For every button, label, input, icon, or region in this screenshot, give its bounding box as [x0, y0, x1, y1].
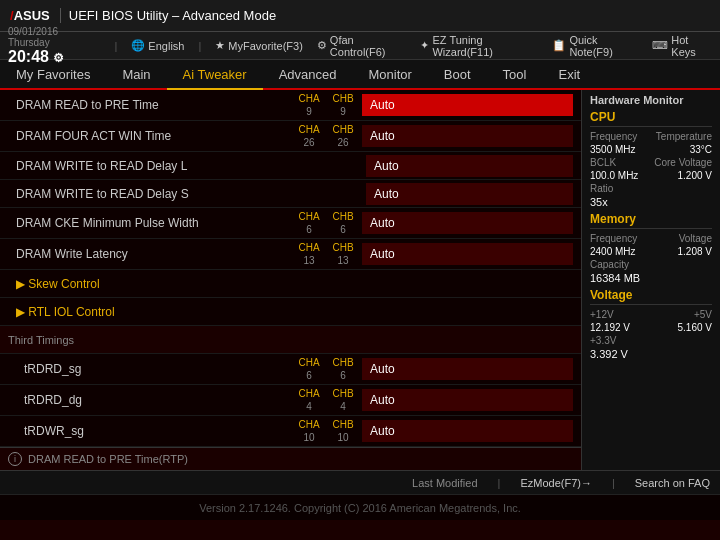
info-text: DRAM READ to PRE Time(RTP): [28, 453, 188, 465]
v12-row: +12V +5V: [590, 309, 712, 320]
nav-boot[interactable]: Boot: [428, 60, 487, 88]
footer-text: Version 2.17.1246. Copyright (C) 2016 Am…: [199, 502, 521, 514]
nav-advanced[interactable]: Advanced: [263, 60, 353, 88]
setting-label: DRAM WRITE to READ Delay L: [0, 159, 290, 173]
cpu-bclk-val-row: 100.0 MHz 1.200 V: [590, 170, 712, 181]
setting-skew-control[interactable]: ▶ Skew Control: [0, 270, 581, 298]
setting-label: tRDRD_sg: [0, 362, 290, 376]
cpu-temp-value: 33°C: [690, 144, 712, 155]
info-bar: i DRAM READ to PRE Time(RTP): [0, 447, 581, 470]
value-auto[interactable]: Auto: [362, 420, 573, 442]
footer: Version 2.17.1246. Copyright (C) 2016 Am…: [0, 494, 720, 520]
voltage-section-title: Voltage: [590, 288, 712, 305]
setting-label: DRAM Write Latency: [0, 247, 290, 261]
nav-main[interactable]: Main: [106, 60, 166, 88]
setting-dram-write-latency[interactable]: DRAM Write Latency CHA13 CHB13 Auto: [0, 239, 581, 270]
cpu-section-title: CPU: [590, 110, 712, 127]
nav-tool[interactable]: Tool: [487, 60, 543, 88]
hotkeys-button[interactable]: ⌨ Hot Keys: [652, 34, 712, 58]
setting-label: DRAM READ to PRE Time: [0, 98, 290, 112]
chb-value: CHB 9: [328, 92, 358, 118]
setting-label: ▶ RTL IOL Control: [0, 305, 290, 319]
cpu-ratio-row: Ratio: [590, 183, 712, 194]
setting-dram-write-read-s[interactable]: DRAM WRITE to READ Delay S Auto: [0, 180, 581, 208]
memory-section-title: Memory: [590, 212, 712, 229]
cpu-bclk-row: BCLK Core Voltage: [590, 157, 712, 168]
value-auto[interactable]: Auto: [362, 125, 573, 147]
setting-trdwr-sg[interactable]: tRDWR_sg CHA10 CHB10 Auto: [0, 416, 581, 447]
cpu-corev-value: 1.200 V: [678, 170, 712, 181]
cpu-ratio-value: 35x: [590, 196, 712, 208]
value-auto[interactable]: Auto: [362, 358, 573, 380]
v5-label: +5V: [694, 309, 712, 320]
info-icon: i: [8, 452, 22, 466]
cpu-freq-label: Frequency: [590, 131, 637, 142]
nav-myfavorites[interactable]: My Favorites: [0, 60, 106, 88]
value-auto[interactable]: Auto: [362, 389, 573, 411]
value-auto[interactable]: Auto: [362, 212, 573, 234]
asus-logo: /ASUS: [10, 8, 50, 23]
date-display: 09/01/2016 Thursday: [8, 26, 97, 48]
nav-monitor[interactable]: Monitor: [353, 60, 428, 88]
mem-cap-label: Capacity: [590, 259, 629, 270]
mem-cap-row: Capacity: [590, 259, 712, 270]
bottom-bar: Last Modified | EzMode(F7)→ | Search on …: [0, 470, 720, 494]
search-faq-button[interactable]: Search on FAQ: [635, 477, 710, 489]
mem-volt-label: Voltage: [679, 233, 712, 244]
setting-label: ▶ Skew Control: [0, 277, 290, 291]
mem-volt-value: 1.208 V: [678, 246, 712, 257]
cpu-freq-value: 3500 MHz: [590, 144, 636, 155]
nav-exit[interactable]: Exit: [542, 60, 596, 88]
myfavorite-button[interactable]: ★ MyFavorite(F3): [215, 39, 303, 52]
mem-freq-value: 2400 MHz: [590, 246, 636, 257]
v33-row: +3.3V: [590, 335, 712, 346]
nav-aitweaker[interactable]: Ai Tweaker: [167, 60, 263, 90]
cpu-freq-row: Frequency Temperature: [590, 131, 712, 142]
value-auto[interactable]: Auto: [366, 155, 573, 177]
mem-freq-label: Frequency: [590, 233, 637, 244]
ezmode-button[interactable]: EzMode(F7)→: [520, 477, 592, 489]
hw-monitor-panel: Hardware Monitor CPU Frequency Temperatu…: [582, 90, 720, 470]
v12-val-row: 12.192 V 5.160 V: [590, 322, 712, 333]
setting-label: DRAM WRITE to READ Delay S: [0, 187, 290, 201]
language-selector[interactable]: 🌐 English: [131, 39, 184, 52]
setting-label: tRDWR_sg: [0, 424, 290, 438]
value-auto[interactable]: Auto: [366, 183, 573, 205]
quicknote-button[interactable]: 📋 Quick Note(F9): [552, 34, 638, 58]
nav-bar: My Favorites Main Ai Tweaker Advanced Mo…: [0, 60, 720, 90]
bios-title: UEFI BIOS Utility – Advanced Mode: [60, 8, 276, 23]
setting-label: DRAM FOUR ACT WIN Time: [0, 129, 290, 143]
section-third-timings: Third Timings: [0, 326, 581, 354]
setting-dram-read-pre[interactable]: DRAM READ to PRE Time CHA 9 CHB 9 Auto: [0, 90, 581, 121]
setting-rtl-iol[interactable]: ▶ RTL IOL Control: [0, 298, 581, 326]
v33-value: 3.392 V: [590, 348, 712, 360]
value-auto[interactable]: Auto: [362, 94, 573, 116]
setting-dram-four-act[interactable]: DRAM FOUR ACT WIN Time CHA26 CHB26 Auto: [0, 121, 581, 152]
setting-trdrd-dg[interactable]: tRDRD_dg CHA4 CHB4 Auto: [0, 385, 581, 416]
cpu-bclk-value: 100.0 MHz: [590, 170, 638, 181]
v12-value: 12.192 V: [590, 322, 630, 333]
value-auto[interactable]: Auto: [362, 243, 573, 265]
cpu-freq-val-row: 3500 MHz 33°C: [590, 144, 712, 155]
cpu-bclk-label: BCLK: [590, 157, 616, 168]
top-bar: /ASUS UEFI BIOS Utility – Advanced Mode: [0, 0, 720, 32]
mem-freq-val-row: 2400 MHz 1.208 V: [590, 246, 712, 257]
hw-monitor-title: Hardware Monitor: [590, 94, 712, 106]
cha-value: CHA 9: [294, 92, 324, 118]
cpu-corev-label: Core Voltage: [654, 157, 712, 168]
second-bar: 09/01/2016 Thursday 20:48 ⚙ | 🌐 English …: [0, 32, 720, 60]
v33-label: +3.3V: [590, 335, 616, 346]
cpu-temp-label: Temperature: [656, 131, 712, 142]
last-modified-label: Last Modified: [412, 477, 477, 489]
eztuning-button[interactable]: ✦ EZ Tuning Wizard(F11): [420, 34, 538, 58]
setting-trdrd-sg[interactable]: tRDRD_sg CHA6 CHB6 Auto: [0, 354, 581, 385]
setting-dram-write-read-l[interactable]: DRAM WRITE to READ Delay L Auto: [0, 152, 581, 180]
cpu-ratio-label: Ratio: [590, 183, 613, 194]
mem-freq-row: Frequency Voltage: [590, 233, 712, 244]
settings-list: DRAM READ to PRE Time CHA 9 CHB 9 Auto: [0, 90, 581, 447]
qfan-button[interactable]: ⚙ Qfan Control(F6): [317, 34, 407, 58]
setting-dram-cke[interactable]: DRAM CKE Minimum Pulse Width CHA6 CHB6 A…: [0, 208, 581, 239]
mem-cap-value: 16384 MB: [590, 272, 712, 284]
v5-value: 5.160 V: [678, 322, 712, 333]
v12-label: +12V: [590, 309, 614, 320]
